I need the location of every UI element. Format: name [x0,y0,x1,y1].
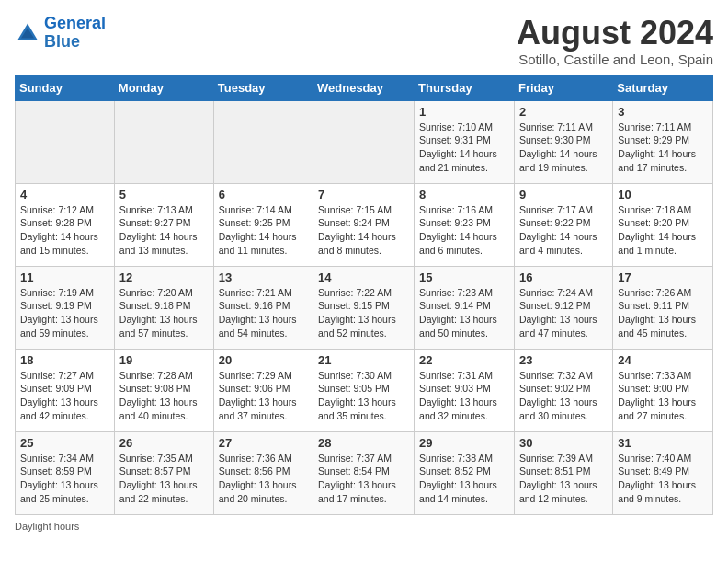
day-info: Sunrise: 7:16 AM Sunset: 9:23 PM Dayligh… [419,203,509,258]
calendar-cell: 12Sunrise: 7:20 AM Sunset: 9:18 PM Dayli… [114,266,213,349]
day-number: 5 [119,188,209,201]
day-info: Sunrise: 7:11 AM Sunset: 9:30 PM Dayligh… [519,121,608,175]
day-number: 10 [618,188,708,201]
calendar-cell: 2Sunrise: 7:11 AM Sunset: 9:30 PM Daylig… [514,100,612,183]
day-info: Sunrise: 7:20 AM Sunset: 9:18 PM Dayligh… [119,286,209,340]
page-header: General Blue August 2024 Sotillo, Castil… [15,15,713,67]
calendar-cell: 27Sunrise: 7:36 AM Sunset: 8:56 PM Dayli… [213,431,313,514]
day-number: 3 [618,105,708,119]
calendar-cell: 24Sunrise: 7:33 AM Sunset: 9:00 PM Dayli… [613,349,713,431]
logo-text: General Blue [44,15,106,52]
day-info: Sunrise: 7:37 AM Sunset: 8:54 PM Dayligh… [318,452,409,506]
calendar-header-row: SundayMondayTuesdayWednesdayThursdayFrid… [16,75,713,100]
day-number: 30 [519,436,608,450]
day-info: Sunrise: 7:15 AM Sunset: 9:24 PM Dayligh… [318,203,409,258]
calendar-week-row: 18Sunrise: 7:27 AM Sunset: 9:09 PM Dayli… [16,349,713,431]
day-number: 26 [119,436,209,450]
day-info: Sunrise: 7:10 AM Sunset: 9:31 PM Dayligh… [419,121,509,175]
day-number: 22 [419,353,509,367]
day-info: Sunrise: 7:31 AM Sunset: 9:03 PM Dayligh… [419,369,509,423]
day-info: Sunrise: 7:24 AM Sunset: 9:12 PM Dayligh… [519,286,608,340]
calendar-cell: 30Sunrise: 7:39 AM Sunset: 8:51 PM Dayli… [514,431,612,514]
calendar-cell: 17Sunrise: 7:26 AM Sunset: 9:11 PM Dayli… [613,266,713,349]
month-year: August 2024 [517,15,713,52]
day-of-week-header: Thursday [415,75,515,100]
day-number: 20 [219,353,308,367]
day-info: Sunrise: 7:30 AM Sunset: 9:05 PM Dayligh… [318,369,409,423]
day-info: Sunrise: 7:27 AM Sunset: 9:09 PM Dayligh… [20,369,109,423]
day-number: 27 [219,436,308,450]
calendar-cell: 4Sunrise: 7:12 AM Sunset: 9:28 PM Daylig… [16,183,115,266]
calendar-cell: 18Sunrise: 7:27 AM Sunset: 9:09 PM Dayli… [16,349,115,431]
calendar-cell: 15Sunrise: 7:23 AM Sunset: 9:14 PM Dayli… [415,266,515,349]
location: Sotillo, Castille and Leon, Spain [517,52,713,67]
calendar-cell: 14Sunrise: 7:22 AM Sunset: 9:15 PM Dayli… [313,266,415,349]
daylight-label: Daylight hours [15,521,79,532]
day-info: Sunrise: 7:34 AM Sunset: 8:59 PM Dayligh… [20,452,109,506]
calendar-cell: 8Sunrise: 7:16 AM Sunset: 9:23 PM Daylig… [415,183,515,266]
calendar-cell: 26Sunrise: 7:35 AM Sunset: 8:57 PM Dayli… [114,431,213,514]
day-number: 13 [219,270,308,284]
day-number: 14 [318,270,409,284]
calendar-cell: 19Sunrise: 7:28 AM Sunset: 9:08 PM Dayli… [114,349,213,431]
calendar-cell: 22Sunrise: 7:31 AM Sunset: 9:03 PM Dayli… [415,349,515,431]
footer: Daylight hours [15,521,713,532]
day-number: 2 [519,105,608,119]
calendar-cell [114,100,213,183]
calendar-cell: 13Sunrise: 7:21 AM Sunset: 9:16 PM Dayli… [213,266,313,349]
day-info: Sunrise: 7:13 AM Sunset: 9:27 PM Dayligh… [119,203,209,258]
day-number: 28 [318,436,409,450]
day-number: 29 [419,436,509,450]
day-of-week-header: Wednesday [313,75,415,100]
day-number: 17 [618,270,708,284]
calendar-cell: 11Sunrise: 7:19 AM Sunset: 9:19 PM Dayli… [16,266,115,349]
day-number: 31 [618,436,708,450]
day-of-week-header: Friday [514,75,612,100]
day-number: 12 [119,270,209,284]
day-info: Sunrise: 7:39 AM Sunset: 8:51 PM Dayligh… [519,452,608,506]
day-number: 24 [618,353,708,367]
calendar-cell: 21Sunrise: 7:30 AM Sunset: 9:05 PM Dayli… [313,349,415,431]
calendar-cell: 9Sunrise: 7:17 AM Sunset: 9:22 PM Daylig… [514,183,612,266]
day-info: Sunrise: 7:28 AM Sunset: 9:08 PM Dayligh… [119,369,209,423]
title-section: August 2024 Sotillo, Castille and Leon, … [517,15,713,67]
day-number: 23 [519,353,608,367]
day-info: Sunrise: 7:33 AM Sunset: 9:00 PM Dayligh… [618,369,708,423]
calendar-cell [313,100,415,183]
day-info: Sunrise: 7:21 AM Sunset: 9:16 PM Dayligh… [219,286,308,340]
calendar-week-row: 11Sunrise: 7:19 AM Sunset: 9:19 PM Dayli… [16,266,713,349]
day-of-week-header: Monday [114,75,213,100]
calendar-cell: 6Sunrise: 7:14 AM Sunset: 9:25 PM Daylig… [213,183,313,266]
day-info: Sunrise: 7:22 AM Sunset: 9:15 PM Dayligh… [318,286,409,340]
calendar-week-row: 4Sunrise: 7:12 AM Sunset: 9:28 PM Daylig… [16,183,713,266]
calendar-table: SundayMondayTuesdayWednesdayThursdayFrid… [15,75,713,515]
calendar-cell: 31Sunrise: 7:40 AM Sunset: 8:49 PM Dayli… [613,431,713,514]
day-of-week-header: Sunday [16,75,115,100]
day-info: Sunrise: 7:14 AM Sunset: 9:25 PM Dayligh… [219,203,308,258]
calendar-cell: 7Sunrise: 7:15 AM Sunset: 9:24 PM Daylig… [313,183,415,266]
calendar-cell: 1Sunrise: 7:10 AM Sunset: 9:31 PM Daylig… [415,100,515,183]
day-info: Sunrise: 7:12 AM Sunset: 9:28 PM Dayligh… [20,203,109,258]
calendar-cell [16,100,115,183]
calendar-cell: 28Sunrise: 7:37 AM Sunset: 8:54 PM Dayli… [313,431,415,514]
day-info: Sunrise: 7:38 AM Sunset: 8:52 PM Dayligh… [419,452,509,506]
day-info: Sunrise: 7:32 AM Sunset: 9:02 PM Dayligh… [519,369,608,423]
calendar-cell: 16Sunrise: 7:24 AM Sunset: 9:12 PM Dayli… [514,266,612,349]
day-number: 7 [318,188,409,201]
day-number: 4 [20,188,109,201]
day-info: Sunrise: 7:23 AM Sunset: 9:14 PM Dayligh… [419,286,509,340]
calendar-cell: 29Sunrise: 7:38 AM Sunset: 8:52 PM Dayli… [415,431,515,514]
day-number: 9 [519,188,608,201]
day-number: 25 [20,436,109,450]
day-number: 21 [318,353,409,367]
day-info: Sunrise: 7:19 AM Sunset: 9:19 PM Dayligh… [20,286,109,340]
day-number: 18 [20,353,109,367]
day-number: 11 [20,270,109,284]
day-info: Sunrise: 7:40 AM Sunset: 8:49 PM Dayligh… [618,452,708,506]
day-info: Sunrise: 7:18 AM Sunset: 9:20 PM Dayligh… [618,203,708,258]
day-info: Sunrise: 7:11 AM Sunset: 9:29 PM Dayligh… [618,121,708,175]
logo-icon [15,20,40,46]
calendar-cell: 3Sunrise: 7:11 AM Sunset: 9:29 PM Daylig… [613,100,713,183]
day-info: Sunrise: 7:26 AM Sunset: 9:11 PM Dayligh… [618,286,708,340]
day-number: 1 [419,105,509,119]
